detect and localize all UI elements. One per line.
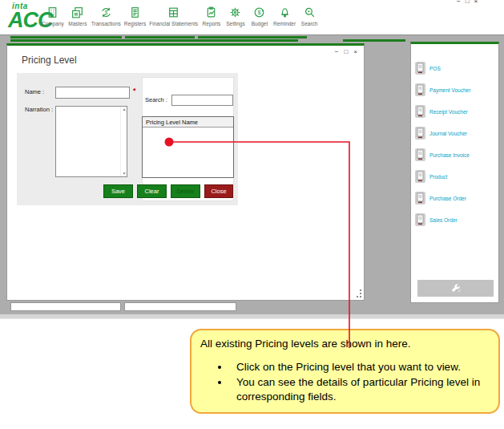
journal-voucher-icon [415,127,425,140]
pricing-level-list[interactable]: Pricing Level Name [142,116,234,178]
callout-bullet: Click on the Pricing level that you want… [230,360,489,374]
financial-statements-icon [167,6,180,19]
pos-icon [415,62,425,75]
minimized-window-bar[interactable] [10,302,121,311]
clear-button[interactable]: Clear [137,184,167,198]
required-marker: * [133,87,136,95]
toolbar-item-transactions[interactable]: $ Transactions [91,6,121,26]
callout-intro: All existing Pricing levels are shown in… [200,338,489,350]
callout-note: All existing Pricing levels are shown in… [190,329,500,414]
transactions-icon: $ [99,6,113,19]
minimized-window-bar[interactable] [124,302,236,311]
purchase-order-icon [415,192,425,204]
toolbar-item-registers[interactable]: Registers [124,6,146,26]
app-maximize-button[interactable]: □ [466,0,470,5]
toolbar-item-label: Reports [203,21,221,26]
company-icon [46,6,59,19]
scroll-down-icon[interactable]: ▼ [121,171,127,176]
main-toolbar: Company Masters $ Transactions Registers… [42,6,320,26]
background-window-titlebar [343,39,405,42]
dialog-maximize-button[interactable]: □ [344,48,348,55]
sidebar-item-purchase-order[interactable]: Purchase Order [415,191,466,205]
background-window-titlebar [198,36,307,38]
app-minimize-button[interactable]: − [457,0,461,5]
sidebar-item-label: Product [429,174,447,180]
pricing-level-dialog: Pricing Level − □ × Name : * Narration :… [6,43,365,301]
app-window-controls: − □ × [457,0,478,5]
toolbar-item-label: Registers [124,21,146,26]
toolbar-item-label: Masters [68,21,87,26]
toolbar-item-masters[interactable]: Masters [67,6,88,26]
narration-scrollbar[interactable]: ▲ ▼ [120,107,127,176]
sidebar-item-receipt-voucher[interactable]: Receipt Voucher [415,104,468,119]
toolbar-item-label: Search [301,21,318,26]
sidebar-item-product[interactable]: Product [415,169,447,184]
reports-icon [204,6,218,19]
status-strip [0,314,504,319]
search-input[interactable] [171,95,233,106]
search-label: Search : [145,96,167,103]
sidebar-item-label: Sales Order [429,217,458,223]
shortcut-sidebar: POS Payment Voucher Receipt Voucher Jour… [410,42,499,303]
sales-order-icon [415,213,425,226]
name-label: Name : [25,88,44,95]
narration-label: Narration : [25,106,53,113]
app-window: inta ACC Company Masters $ Transactions … [0,0,504,429]
dialog-window-controls: − □ × [335,48,357,55]
budget-icon: $ [252,6,266,19]
tools-button[interactable] [417,280,494,297]
callout-bullet-list: Click on the Pricing level that you want… [200,360,489,404]
sidebar-item-label: Purchase Order [429,196,466,201]
masters-icon [71,6,84,19]
app-close-button[interactable]: × [474,0,478,5]
sidebar-item-label: Journal Voucher [429,131,467,136]
registers-icon [128,6,142,19]
sidebar-item-journal-voucher[interactable]: Journal Voucher [415,126,467,140]
narration-textarea[interactable]: ▲ ▼ [55,106,127,177]
sidebar-item-label: Purchase Invoice [429,152,470,158]
pricing-level-list-header: Pricing Level Name [143,117,233,127]
callout-bullet: You can see the details of particular Pr… [230,375,489,404]
toolbar-item-reminder[interactable]: Reminder [273,6,296,26]
dialog-close-icon[interactable]: × [353,48,357,55]
toolbar-item-financial-statements[interactable]: Financial Statements [149,6,198,26]
toolbar-item-label: Financial Statements [149,21,198,26]
reminder-icon [278,6,292,19]
sidebar-item-label: Payment Voucher [429,87,470,93]
toolbar-item-label: Transactions [91,21,121,26]
toolbar-item-label: Reminder [273,21,296,26]
toolbar-item-budget[interactable]: $ Budget [249,6,270,26]
toolbar-item-company[interactable]: Company [42,6,64,26]
purchase-invoice-icon [415,148,425,161]
sidebar-item-label: Receipt Voucher [429,109,468,115]
product-icon [415,170,425,183]
dialog-minimize-button[interactable]: − [335,48,339,55]
svg-text:$: $ [105,10,108,15]
sidebar-item-payment-voucher[interactable]: Payment Voucher [415,83,470,97]
toolbar-item-search[interactable]: Search [299,6,320,26]
wrench-icon [450,282,462,294]
dialog-title: Pricing Level [22,55,77,66]
sidebar-item-pos[interactable]: POS [415,61,441,75]
toolbar-item-label: Settings [226,21,245,26]
toolbar-item-settings[interactable]: Settings [225,6,246,26]
svg-text:$: $ [258,9,262,16]
toolbar-item-label: Budget [252,21,268,26]
sidebar-item-label: POS [429,66,441,71]
pricing-level-form-panel: Name : * Narration : ▲ ▼ Search : Pricin… [17,73,238,205]
resize-grip[interactable] [355,291,361,297]
background-window-titlebar [10,36,122,38]
delete-button[interactable]: Delete [171,184,200,198]
payment-voucher-icon [415,83,425,96]
sidebar-item-sales-order[interactable]: Sales Order [415,212,458,227]
save-button[interactable]: Save [103,184,133,198]
toolbar-item-reports[interactable]: Reports [201,6,222,26]
scroll-up-icon[interactable]: ▲ [121,107,127,112]
name-input[interactable] [55,87,130,99]
background-window-titlebar [125,36,195,38]
background-window-titlebar [10,39,298,42]
toolbar-item-label: Company [42,21,64,26]
sidebar-item-purchase-invoice[interactable]: Purchase Invoice [415,148,470,162]
settings-icon [228,6,242,19]
close-button[interactable]: Close [204,184,233,198]
